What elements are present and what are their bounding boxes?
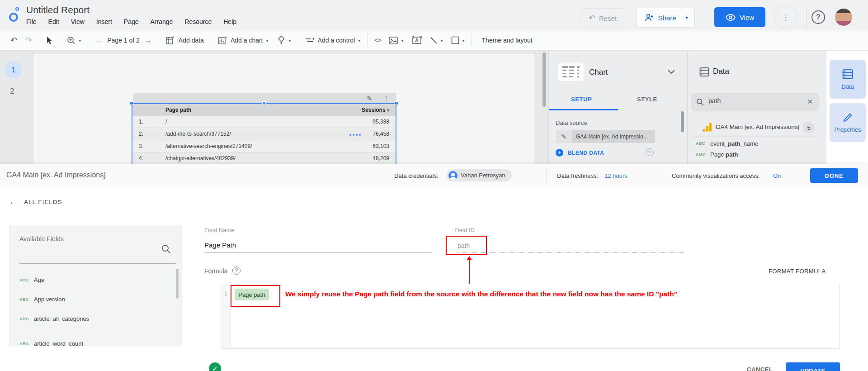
resize-handle[interactable] xyxy=(395,101,398,105)
embed-icon: <> xyxy=(374,37,381,44)
ga4-icon xyxy=(702,122,712,132)
insert-image-button[interactable]: ▾ xyxy=(385,33,407,48)
share-dropdown-caret[interactable]: ▾ xyxy=(681,8,693,27)
add-data-button[interactable]: Add data xyxy=(162,33,208,48)
data-freshness-value[interactable]: 12 hours xyxy=(604,172,627,179)
all-fields-back[interactable]: ← ALL FIELDS xyxy=(9,197,62,207)
page-indicator: Page 1 of 2 xyxy=(107,37,140,44)
table-header-row[interactable]: Page path Sessions ▾ xyxy=(132,104,396,115)
close-icon[interactable]: ✕ xyxy=(807,98,813,106)
field-search-input[interactable] xyxy=(708,97,798,105)
community-access-value[interactable]: On xyxy=(773,172,781,179)
field-list-item[interactable]: ABC event_path_name xyxy=(688,139,819,150)
user-avatar[interactable] xyxy=(835,9,852,26)
search-icon[interactable] xyxy=(161,244,171,254)
menu-help[interactable]: Help xyxy=(223,18,236,28)
select-tool-button[interactable] xyxy=(42,33,57,48)
help-button[interactable]: ? xyxy=(811,10,825,24)
theme-and-layout-button[interactable]: Theme and layout xyxy=(482,37,533,44)
blend-data-button[interactable]: + BLEND DATA ? xyxy=(556,148,655,157)
rail-properties-button[interactable]: Properties xyxy=(830,103,866,142)
redo-button[interactable]: ↷ xyxy=(21,33,36,48)
valid-formula-check-icon: ✓ xyxy=(209,362,221,371)
field-id-input[interactable] xyxy=(458,239,512,252)
tab-setup[interactable]: SETUP xyxy=(571,96,592,103)
available-field-item[interactable]: ABC article_all_categories xyxy=(9,313,181,327)
text-box-button[interactable] xyxy=(408,33,426,48)
sheet-drag-handle[interactable] xyxy=(349,134,361,136)
previous-page-button[interactable]: ← xyxy=(91,33,107,48)
field-id-label: Field ID xyxy=(454,227,475,233)
menu-resource[interactable]: Resource xyxy=(184,18,212,28)
add-data-icon xyxy=(166,36,175,45)
chevron-down-icon[interactable] xyxy=(668,70,675,74)
menu-edit[interactable]: Edit xyxy=(48,18,59,28)
tab-style[interactable]: STYLE xyxy=(637,96,657,103)
more-vert-icon[interactable]: ⋮ xyxy=(383,95,390,103)
table-chart-type-icon[interactable] xyxy=(558,62,584,81)
share-button[interactable]: Share ▾ xyxy=(636,8,695,28)
table-row[interactable]: 4./chatgpt-alternatives/482939/48,209 xyxy=(132,152,396,164)
field-search-box[interactable]: ✕ xyxy=(691,93,819,111)
available-field-item[interactable]: ABC App version xyxy=(9,294,181,307)
table-row[interactable]: 3./alternative-search-engines/271409/63,… xyxy=(132,140,396,152)
cursor-icon xyxy=(46,36,53,44)
table-row[interactable]: 1./95,388 xyxy=(132,115,396,128)
column-header-sessions[interactable]: Sessions ▾ xyxy=(362,107,389,113)
search-icon xyxy=(696,98,704,106)
update-button[interactable]: UPDATE xyxy=(786,362,840,371)
undo-button[interactable]: ↶ xyxy=(6,33,21,48)
menu-file[interactable]: File xyxy=(26,18,37,28)
divider xyxy=(661,169,661,182)
image-icon xyxy=(389,37,398,44)
more-options-button[interactable]: ⋮ xyxy=(774,6,797,29)
edit-pencil-icon[interactable]: ✎ xyxy=(367,95,373,103)
zoom-tool-button[interactable]: ▾ xyxy=(63,33,85,48)
available-field-item[interactable]: ABC Age xyxy=(9,274,181,288)
field-count-badge: 5 xyxy=(803,122,815,133)
report-title[interactable]: Untitled Report xyxy=(26,5,90,15)
field-name-input[interactable] xyxy=(204,238,432,253)
reset-button[interactable]: ↶ Reset xyxy=(580,8,625,28)
data-source-chip[interactable]: ✎ GA4 Main [ex. Ad Impressio... xyxy=(556,130,655,143)
available-field-item[interactable]: ABC article_word_count xyxy=(9,338,181,346)
edit-pencil-icon[interactable]: ✎ xyxy=(556,130,572,143)
page-nav-item-1[interactable]: 1 xyxy=(5,62,22,79)
format-formula-button[interactable]: FORMAT FORMULA xyxy=(769,268,826,275)
column-header-page-path[interactable]: Page path xyxy=(165,107,191,113)
add-control-button[interactable]: Add a control ▾ xyxy=(301,33,365,48)
caret-down-icon: ▾ xyxy=(401,38,403,43)
menu-view[interactable]: View xyxy=(71,18,85,28)
rail-data-button[interactable]: Data xyxy=(830,60,866,99)
line-tool-button[interactable]: ▾ xyxy=(426,33,447,48)
field-list-item[interactable]: ABC Page path xyxy=(688,150,819,161)
community-visualizations-button[interactable]: ▾ xyxy=(273,33,295,48)
menu-arrange[interactable]: Arrange xyxy=(151,18,173,28)
data-panel-icon xyxy=(842,69,853,80)
caret-down-icon: ▾ xyxy=(266,38,269,43)
done-button[interactable]: DONE xyxy=(810,168,858,183)
resize-handle[interactable] xyxy=(130,101,133,105)
menu-insert[interactable]: Insert xyxy=(96,18,112,28)
data-source-group[interactable]: GA4 Main [ex. Ad Impressions] 5 xyxy=(688,119,819,137)
embed-url-button[interactable]: <> xyxy=(370,33,385,48)
abc-dimension-icon: ABC xyxy=(19,342,29,346)
list-scrollbar[interactable] xyxy=(176,269,179,299)
page-nav-item-2[interactable]: 2 xyxy=(10,87,14,96)
sort-desc-icon: ▾ xyxy=(387,108,389,113)
view-button[interactable]: View xyxy=(714,7,765,27)
add-chart-button[interactable]: Add a chart ▾ xyxy=(214,33,273,48)
help-circle-icon[interactable]: ? xyxy=(232,266,241,275)
report-canvas[interactable]: 1 2 ✎ ⋮ Page path Sessions ▾ 1./95,388 2… xyxy=(0,51,548,164)
canvas-scrollbar[interactable] xyxy=(542,52,546,107)
credentials-owner-chip[interactable]: Vahan Petrosyan xyxy=(447,169,512,181)
menu-page[interactable]: Page xyxy=(124,18,139,28)
help-circle-icon[interactable]: ? xyxy=(646,148,654,156)
next-page-button[interactable]: → xyxy=(140,33,156,48)
formula-editor[interactable]: 1 Page path We simply reuse the Page pat… xyxy=(221,284,840,349)
cancel-button[interactable]: CANCEL xyxy=(747,366,773,371)
caret-down-icon: ▾ xyxy=(685,15,688,21)
shape-tool-button[interactable]: ▾ xyxy=(447,33,469,48)
resize-handle[interactable] xyxy=(262,101,266,105)
panel-scrollbar[interactable] xyxy=(681,111,684,132)
